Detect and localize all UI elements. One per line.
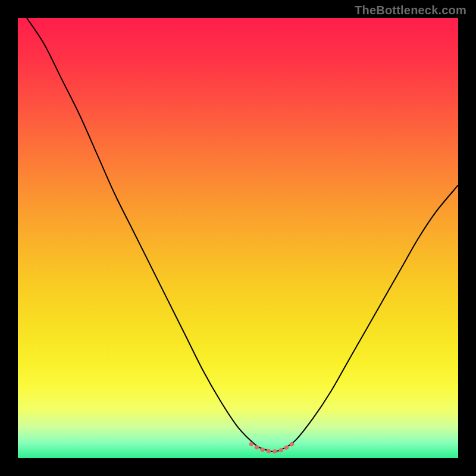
chart-svg [18, 18, 458, 458]
attribution-text: TheBottleneck.com [355, 4, 466, 17]
chart-frame [18, 18, 458, 458]
chart-background [18, 18, 458, 458]
